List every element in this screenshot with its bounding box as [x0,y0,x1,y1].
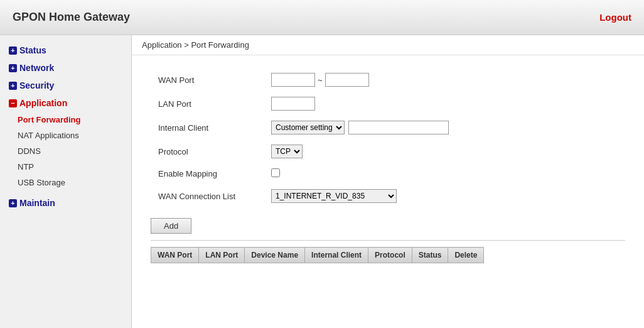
col-device-name: Device Name [245,248,305,263]
wan-connection-row: WAN Connection List 1_INTERNET_R_VID_835 [151,184,456,208]
wan-port-range: ~ [271,73,449,87]
internal-client-input[interactable] [348,121,449,134]
sidebar-label-security: Security [19,80,54,90]
wan-port-start-input[interactable] [271,73,315,87]
wan-port-label: WAN Port [158,75,194,85]
sidebar-label-maintain: Maintain [19,198,55,208]
enable-mapping-label: Enable Mapping [158,169,217,178]
protocol-select[interactable]: TCP [271,145,303,158]
sidebar-item-maintain[interactable]: + Maintain [0,194,131,212]
table-header-row: WAN Port LAN Port Device Name Internal C… [151,248,484,263]
data-table: WAN Port LAN Port Device Name Internal C… [151,247,484,263]
content-area: WAN Port ~ LAN Port [132,55,644,328]
protocol-label: Protocol [158,147,188,156]
col-protocol: Protocol [368,248,412,263]
breadcrumb: Application > Port Forwarding [132,35,644,55]
sidebar-sub-port-forwarding[interactable]: Port Forwarding [0,112,131,128]
wan-port-row: WAN Port ~ [151,68,456,92]
internal-client-label: Internal Client [158,123,208,133]
internal-client-row: Internal Client Customer setting [151,116,456,139]
sidebar-item-application[interactable]: − Application [0,94,131,112]
wan-connection-select[interactable]: 1_INTERNET_R_VID_835 [271,189,397,203]
enable-mapping-checkbox[interactable] [271,168,280,177]
col-status: Status [412,248,448,263]
enable-mapping-row: Enable Mapping [151,163,456,184]
col-wan-port: WAN Port [151,248,199,263]
add-button-row: Add [151,218,625,234]
breadcrumb-text: Application > Port Forwarding [142,40,249,50]
plus-icon-maintain: + [9,199,17,207]
lan-port-input[interactable] [271,97,315,111]
add-button[interactable]: Add [151,218,191,234]
main-content: Application > Port Forwarding WAN Port ~ [132,35,644,328]
sidebar-sub-ntp[interactable]: NTP [0,159,131,175]
lan-port-row: LAN Port [151,92,456,116]
internal-client-select[interactable]: Customer setting [271,121,345,134]
sidebar-item-security[interactable]: + Security [0,77,131,94]
plus-icon-security: + [9,82,17,90]
header: GPON Home Gateway Logout [0,0,644,35]
sidebar-sub-nat-applications[interactable]: NAT Applications [0,128,131,143]
divider [151,240,625,241]
protocol-row: Protocol TCP [151,139,456,163]
layout: + Status + Network + Security − Applicat… [0,35,644,328]
lan-port-label: LAN Port [158,99,191,109]
sidebar: + Status + Network + Security − Applicat… [0,35,132,328]
col-lan-port: LAN Port [199,248,245,263]
sidebar-sub-usb-storage[interactable]: USB Storage [0,175,131,190]
sidebar-label-status: Status [19,45,46,55]
wan-port-end-input[interactable] [325,73,369,87]
sidebar-item-status[interactable]: + Status [0,41,131,59]
plus-icon: + [9,46,17,55]
col-delete: Delete [448,248,484,263]
tilde: ~ [318,75,323,85]
plus-icon-network: + [9,64,17,72]
sidebar-sub-ddns[interactable]: DDNS [0,143,131,159]
sidebar-label-application: Application [19,98,67,108]
app-title: GPON Home Gateway [13,11,130,24]
sidebar-item-network[interactable]: + Network [0,59,131,77]
wan-connection-label: WAN Connection List [158,192,235,201]
col-internal-client: Internal Client [305,248,368,263]
form-table: WAN Port ~ LAN Port [151,68,456,208]
minus-icon-application: − [9,99,17,107]
logout-button[interactable]: Logout [599,12,631,23]
sidebar-label-network: Network [19,63,54,73]
internal-client-controls: Customer setting [271,121,449,134]
